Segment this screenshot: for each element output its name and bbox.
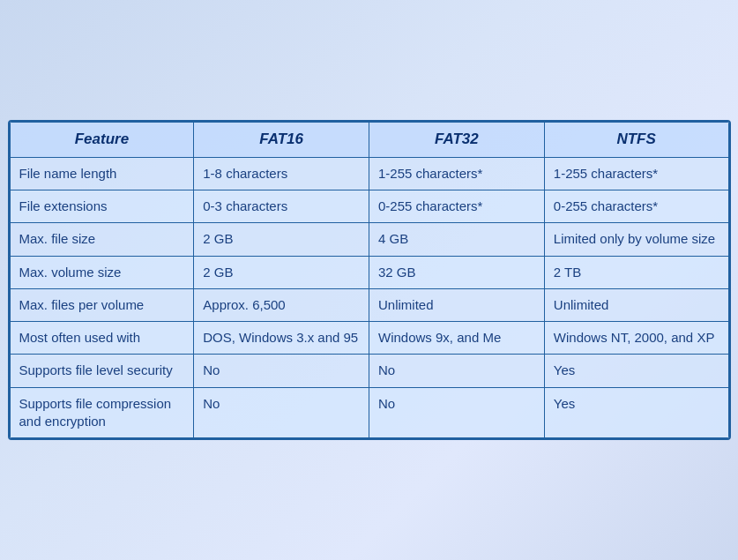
table-row: Max. files per volumeApprox. 6,500Unlimi… <box>10 288 728 321</box>
cell-ntfs-3: 2 TB <box>544 256 728 288</box>
table-row: Supports file level securityNoNoYes <box>10 355 728 387</box>
cell-feature-0: File name length <box>10 157 194 190</box>
table-row: Most often used withDOS, Windows 3.x and… <box>10 322 728 355</box>
comparison-table-container: Feature FAT16 FAT32 NTFS File name lengt… <box>8 120 731 440</box>
cell-fat16-3: 2 GB <box>194 256 369 288</box>
cell-fat16-1: 0-3 characters <box>194 190 369 223</box>
cell-fat16-4: Approx. 6,500 <box>194 288 369 321</box>
filesystem-comparison-table: Feature FAT16 FAT32 NTFS File name lengt… <box>10 122 729 438</box>
cell-fat16-0: 1-8 characters <box>194 157 369 190</box>
table-row: Max. volume size2 GB32 GB2 TB <box>10 256 728 288</box>
cell-fat32-4: Unlimited <box>369 288 545 321</box>
cell-feature-5: Most often used with <box>10 322 194 355</box>
table-row: File name length1-8 characters1-255 char… <box>10 157 728 190</box>
cell-feature-2: Max. file size <box>10 223 194 256</box>
cell-ntfs-6: Yes <box>544 355 728 387</box>
table-header-row: Feature FAT16 FAT32 NTFS <box>10 122 728 157</box>
cell-fat16-6: No <box>194 355 369 387</box>
cell-fat32-2: 4 GB <box>369 223 545 256</box>
header-fat16: FAT16 <box>194 122 369 157</box>
header-fat32: FAT32 <box>369 122 545 157</box>
cell-ntfs-4: Unlimited <box>544 288 728 321</box>
cell-ntfs-2: Limited only by volume size <box>544 223 728 256</box>
cell-fat32-3: 32 GB <box>369 256 545 288</box>
cell-ntfs-1: 0-255 characters* <box>544 190 728 223</box>
cell-fat16-5: DOS, Windows 3.x and 95 <box>194 322 369 355</box>
cell-fat32-6: No <box>369 355 545 387</box>
cell-fat16-2: 2 GB <box>194 223 369 256</box>
cell-feature-4: Max. files per volume <box>10 288 194 321</box>
cell-fat32-1: 0-255 characters* <box>369 190 545 223</box>
table-row: Max. file size2 GB4 GBLimited only by vo… <box>10 223 728 256</box>
header-ntfs: NTFS <box>544 122 728 157</box>
cell-fat32-5: Windows 9x, and Me <box>369 322 545 355</box>
header-feature: Feature <box>10 122 194 157</box>
cell-ntfs-5: Windows NT, 2000, and XP <box>544 322 728 355</box>
cell-fat32-0: 1-255 characters* <box>369 157 545 190</box>
cell-feature-6: Supports file level security <box>10 355 194 387</box>
cell-fat32-7: No <box>369 387 545 438</box>
table-row: File extensions0-3 characters0-255 chara… <box>10 190 728 223</box>
table-row: Supports file compression and encryption… <box>10 387 728 438</box>
cell-feature-7: Supports file compression and encryption <box>10 387 194 438</box>
cell-ntfs-0: 1-255 characters* <box>544 157 728 190</box>
cell-ntfs-7: Yes <box>544 387 728 438</box>
cell-fat16-7: No <box>194 387 369 438</box>
cell-feature-1: File extensions <box>10 190 194 223</box>
cell-feature-3: Max. volume size <box>10 256 194 288</box>
